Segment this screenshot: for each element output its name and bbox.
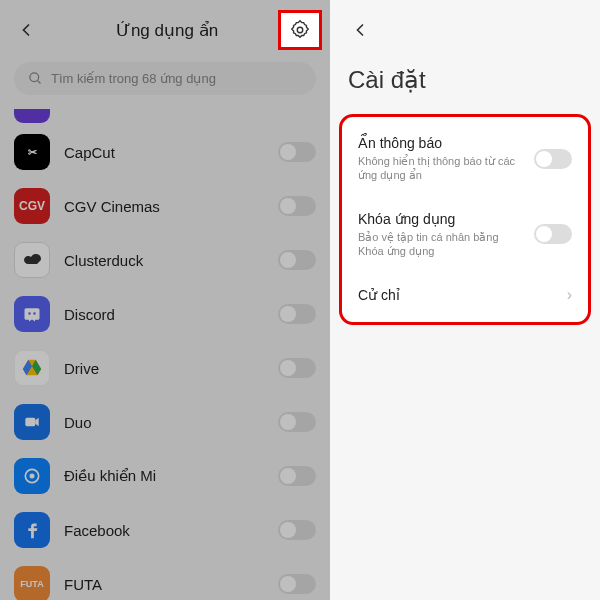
- app-name: Clusterduck: [64, 252, 264, 269]
- duo-icon: [14, 404, 50, 440]
- app-row[interactable]: ✂CapCut: [14, 125, 316, 179]
- app-name: FUTA: [64, 576, 264, 593]
- setting-hide-notifications[interactable]: Ẩn thông báo Không hiển thị thông báo từ…: [342, 121, 588, 197]
- setting-title: Cử chỉ: [358, 287, 557, 303]
- app-list: ✂CapCut CGVCGV Cinemas Clusterduck Disco…: [0, 109, 330, 600]
- setting-app-lock[interactable]: Khóa ứng dụng Bảo vệ tập tin cá nhân bằn…: [342, 197, 588, 273]
- setting-title: Khóa ứng dụng: [358, 211, 524, 227]
- svg-point-0: [297, 27, 303, 33]
- search-input[interactable]: Tìm kiếm trong 68 ứng dụng: [14, 62, 316, 95]
- app-name: Drive: [64, 360, 264, 377]
- app-name: Điều khiển Mi: [64, 467, 264, 485]
- app-name: Duo: [64, 414, 264, 431]
- toggle[interactable]: [278, 142, 316, 162]
- app-name: Facebook: [64, 522, 264, 539]
- clusterduck-icon: [14, 242, 50, 278]
- app-row[interactable]: Clusterduck: [14, 233, 316, 287]
- toggle[interactable]: [278, 466, 316, 486]
- toggle[interactable]: [278, 304, 316, 324]
- left-panel: Ứng dụng ẩn Tìm kiếm trong 68 ứng dụng ✂…: [0, 0, 330, 600]
- app-row[interactable]: Drive: [14, 341, 316, 395]
- left-header: Ứng dụng ẩn: [0, 0, 330, 54]
- settings-card-highlight: Ẩn thông báo Không hiển thị thông báo từ…: [339, 114, 591, 325]
- right-header: [330, 18, 600, 52]
- svg-point-4: [30, 474, 35, 479]
- toggle[interactable]: [278, 250, 316, 270]
- search-icon: [28, 71, 43, 86]
- futa-icon: FUTA: [14, 566, 50, 600]
- toggle[interactable]: [534, 224, 572, 244]
- toggle[interactable]: [534, 149, 572, 169]
- setting-text: Ẩn thông báo Không hiển thị thông báo từ…: [358, 135, 524, 183]
- app-name: CGV Cinemas: [64, 198, 264, 215]
- app-row[interactable]: CGVCGV Cinemas: [14, 179, 316, 233]
- back-icon: [350, 20, 370, 40]
- setting-gestures[interactable]: Cử chỉ ›: [342, 272, 588, 318]
- app-row[interactable]: Discord: [14, 287, 316, 341]
- toggle[interactable]: [278, 520, 316, 540]
- facebook-icon: [14, 512, 50, 548]
- setting-text: Khóa ứng dụng Bảo vệ tập tin cá nhân bằn…: [358, 211, 524, 259]
- svg-point-1: [30, 73, 39, 82]
- search-placeholder: Tìm kiếm trong 68 ứng dụng: [51, 71, 216, 86]
- settings-title: Cài đặt: [330, 52, 600, 114]
- app-icon-partial: [14, 109, 50, 123]
- cgv-icon: CGV: [14, 188, 50, 224]
- back-button-right[interactable]: [348, 18, 372, 42]
- left-title: Ứng dụng ẩn: [18, 20, 316, 41]
- toggle[interactable]: [278, 358, 316, 378]
- toggle[interactable]: [278, 574, 316, 594]
- setting-title: Ẩn thông báo: [358, 135, 524, 151]
- gear-icon: [289, 19, 311, 41]
- svg-rect-2: [25, 418, 35, 426]
- toggle[interactable]: [278, 412, 316, 432]
- right-panel: Cài đặt Ẩn thông báo Không hiển thị thôn…: [330, 0, 600, 600]
- app-row[interactable]: Điều khiển Mi: [14, 449, 316, 503]
- drive-icon: [14, 350, 50, 386]
- capcut-icon: ✂: [14, 134, 50, 170]
- app-name: CapCut: [64, 144, 264, 161]
- chevron-right-icon: ›: [567, 286, 572, 304]
- mi-remote-icon: [14, 458, 50, 494]
- app-row[interactable]: Duo: [14, 395, 316, 449]
- setting-subtitle: Bảo vệ tập tin cá nhân bằng Khóa ứng dụn…: [358, 230, 524, 259]
- app-name: Discord: [64, 306, 264, 323]
- toggle[interactable]: [278, 196, 316, 216]
- app-row[interactable]: Facebook: [14, 503, 316, 557]
- setting-subtitle: Không hiển thị thông báo từ các ứng dụng…: [358, 154, 524, 183]
- app-row[interactable]: FUTAFUTA: [14, 557, 316, 600]
- discord-icon: [14, 296, 50, 332]
- setting-text: Cử chỉ: [358, 287, 557, 303]
- settings-button-highlight[interactable]: [278, 10, 322, 50]
